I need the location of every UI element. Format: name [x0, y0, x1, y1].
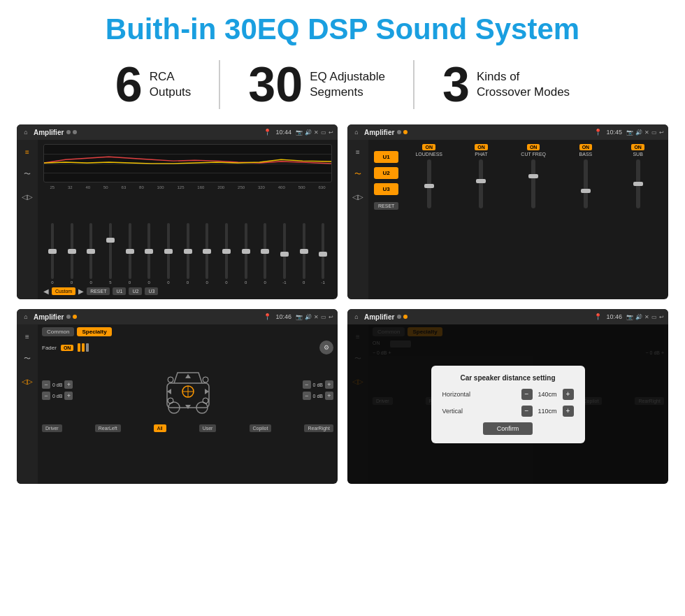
- eq-reset-btn[interactable]: RESET: [87, 287, 110, 295]
- minimize-icon-4: ▭: [651, 314, 657, 320]
- eq-slider-6: 0: [140, 223, 158, 285]
- u2-button[interactable]: U2: [374, 167, 398, 179]
- vertical-value: 110cm: [535, 408, 560, 415]
- cross-col-bass: ON BASS: [561, 144, 611, 295]
- close-icon: ✕: [314, 129, 319, 136]
- eq-prev-icon[interactable]: ◀: [43, 287, 49, 295]
- home-icon-4[interactable]: ⌂: [352, 312, 361, 322]
- eq-custom-btn[interactable]: Custom: [52, 287, 75, 295]
- specialty-tab[interactable]: Specialty: [77, 327, 111, 336]
- phat-slider[interactable]: [479, 159, 483, 208]
- close-icon-3: ✕: [314, 314, 319, 320]
- vertical-control: − 110cm +: [521, 406, 574, 417]
- eq-bottom-bar: ◀ Custom ▶ RESET U1 U2 U3: [43, 287, 332, 295]
- vol-plus-3[interactable]: +: [325, 380, 333, 389]
- on-badge-cutfreq: ON: [527, 144, 540, 150]
- fader-row: Fader ON ⚙: [42, 341, 333, 354]
- fader-label: Fader: [42, 345, 57, 351]
- horizontal-minus-btn[interactable]: −: [521, 389, 533, 400]
- u-buttons-group: U1 U2 U3 RESET: [374, 151, 398, 295]
- eq-slider-15: -1: [314, 223, 332, 285]
- vol-minus-3[interactable]: −: [303, 380, 311, 389]
- dot-6: [73, 315, 77, 319]
- rearright-btn[interactable]: RearRight: [304, 424, 333, 432]
- stat-rca: 6 RCA Outputs: [87, 60, 219, 109]
- common-main-area: Common Specialty Fader ON ⚙: [38, 324, 338, 484]
- eq-u1-btn[interactable]: U1: [113, 287, 126, 295]
- eq-slider-12: 0: [256, 223, 274, 285]
- vertical-plus-btn[interactable]: +: [563, 406, 574, 417]
- u1-button[interactable]: U1: [374, 151, 398, 163]
- back-icon: ↩: [329, 129, 333, 136]
- user-btn[interactable]: User: [199, 424, 217, 432]
- camera-icon: 📷: [296, 129, 303, 136]
- settings-icon[interactable]: ⚙: [319, 341, 333, 354]
- vol-minus-2[interactable]: −: [42, 392, 50, 400]
- screen-dialog-title: Amplifier: [364, 313, 394, 321]
- vol-row-3: − 0 dB +: [303, 380, 333, 389]
- svg-marker-12: [167, 389, 171, 394]
- vol-minus-4[interactable]: −: [303, 392, 311, 400]
- u3-button[interactable]: U3: [374, 183, 398, 195]
- stat-rca-number: 6: [115, 60, 143, 109]
- cross-sidebar-1[interactable]: ≡: [352, 145, 364, 158]
- vol-plus-2[interactable]: +: [64, 392, 73, 400]
- eq-sidebar-icon-2[interactable]: 〜: [21, 168, 34, 180]
- sub-label: SUB: [633, 152, 642, 157]
- vol-plus-4[interactable]: +: [325, 392, 333, 400]
- horizontal-plus-btn[interactable]: +: [563, 389, 574, 400]
- bass-label: BASS: [579, 152, 593, 157]
- cross-sidebar-2[interactable]: 〜: [352, 168, 364, 180]
- minimize-icon-2: ▭: [651, 129, 657, 136]
- dialog-box: Car speaker distance setting Horizontal …: [431, 366, 585, 443]
- vol-plus-1[interactable]: +: [64, 380, 73, 389]
- fader-sidebar-1[interactable]: ≡: [21, 330, 34, 343]
- fader-bar-2: [82, 343, 85, 352]
- minimize-icon: ▭: [321, 129, 326, 136]
- eq-sidebar-icon-3[interactable]: ◁▷: [21, 190, 34, 203]
- eq-u3-btn[interactable]: U3: [145, 287, 158, 295]
- screen-cross-title: Amplifier: [364, 129, 394, 136]
- bass-slider[interactable]: [584, 159, 588, 208]
- eq-next-icon[interactable]: ▶: [78, 287, 84, 295]
- confirm-button[interactable]: Confirm: [483, 422, 533, 435]
- speaker-grid: − 0 dB + − 0 dB +: [42, 359, 333, 422]
- sub-slider[interactable]: [636, 159, 640, 208]
- screen-dialog-topbar: ⌂ Amplifier 📍 10:46 📷 🔊 ✕ ▭ ↩: [347, 309, 668, 324]
- stat-crossover-label: Kinds of Crossover Modes: [477, 69, 570, 100]
- screen-cross-sidebar: ≡ 〜 ◁▷: [347, 140, 368, 299]
- camera-icon-2: 📷: [626, 129, 633, 136]
- vertical-minus-btn[interactable]: −: [521, 406, 533, 417]
- dialog-overlay: Car speaker distance setting Horizontal …: [347, 324, 668, 484]
- on-badge-loudness: ON: [422, 144, 435, 150]
- cutfreq-slider[interactable]: [531, 159, 535, 208]
- close-icon-2: ✕: [644, 129, 649, 136]
- cross-reset-btn[interactable]: RESET: [374, 202, 398, 210]
- driver-btn[interactable]: Driver: [42, 424, 62, 432]
- vol-minus-1[interactable]: −: [42, 380, 50, 389]
- common-tab[interactable]: Common: [42, 327, 74, 336]
- dot-7: [397, 315, 401, 319]
- fader-sidebar-2[interactable]: 〜: [21, 352, 34, 365]
- phat-label: PHAT: [475, 152, 487, 157]
- copilot-btn[interactable]: Copilot: [250, 424, 272, 432]
- home-icon-2[interactable]: ⌂: [352, 127, 361, 137]
- cross-sidebar-3[interactable]: ◁▷: [352, 190, 364, 203]
- svg-point-3: [168, 377, 173, 382]
- rearleft-btn[interactable]: RearLeft: [95, 424, 121, 432]
- volume-icon-2: 🔊: [635, 129, 642, 136]
- horizontal-label: Horizontal: [442, 391, 471, 398]
- home-icon-3[interactable]: ⌂: [21, 312, 31, 322]
- cutfreq-label: CUT FREQ: [521, 152, 546, 157]
- eq-u2-btn[interactable]: U2: [129, 287, 142, 295]
- all-btn[interactable]: All: [154, 424, 166, 432]
- dialog-confirm-row: Confirm: [442, 422, 574, 435]
- dot-2: [73, 130, 77, 134]
- eq-slider-5: 0: [121, 223, 139, 285]
- dot-1: [66, 130, 71, 134]
- fader-sidebar-3[interactable]: ◁▷: [21, 375, 34, 387]
- loudness-label: LOUDNESS: [415, 152, 442, 157]
- eq-sidebar-icon-1[interactable]: ≡: [21, 145, 34, 158]
- loudness-slider[interactable]: [427, 159, 431, 208]
- home-icon[interactable]: ⌂: [21, 127, 31, 137]
